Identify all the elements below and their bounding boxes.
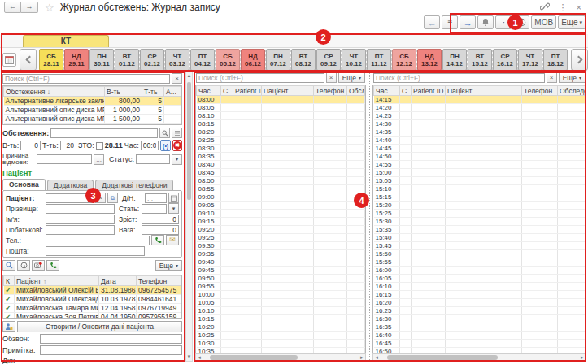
scroll-up-arrow-icon[interactable]: ▲ xyxy=(186,72,192,80)
schedule-row[interactable]: 10:05 xyxy=(197,299,365,307)
day-button-14.12[interactable]: ПН14.12 xyxy=(442,49,467,71)
exam-lookup-button[interactable] xyxy=(159,128,170,138)
surname-input[interactable] xyxy=(46,204,115,214)
day-button-30.11[interactable]: ПН30.11 xyxy=(89,49,114,71)
gender-dropdown-button[interactable]: ▾ xyxy=(168,203,179,214)
phone-input[interactable] xyxy=(46,236,150,245)
col-time[interactable]: Час xyxy=(197,86,221,96)
more-button-schedule-right[interactable]: Еще▾ xyxy=(559,72,586,83)
status-input[interactable] xyxy=(136,154,170,164)
day-button-02.12[interactable]: СР02.12 xyxy=(140,49,164,71)
patient-row[interactable]: ✔Михайловський Олексій Вікторович31.08.1… xyxy=(4,286,181,295)
reason-more-button[interactable]: ... xyxy=(94,154,104,165)
exam-col-a[interactable]: А... xyxy=(164,87,181,97)
schedule-row[interactable]: 09:15 xyxy=(197,218,365,226)
hidden-toolbar-button[interactable]: · xyxy=(495,15,512,29)
exam-col-t[interactable]: Т-ть xyxy=(142,87,164,97)
patient-row[interactable]: ✔Михайловська Зоя Петрівна04.04.19500957… xyxy=(4,313,181,319)
col-patient-id[interactable]: Patient ID xyxy=(233,86,262,96)
schedule-row[interactable]: 08:15 xyxy=(197,120,365,128)
schedule-row[interactable]: 14:15 xyxy=(374,96,586,104)
day-button-15.12[interactable]: ВТ15.12 xyxy=(468,49,492,71)
prev-record-button[interactable]: ← xyxy=(424,15,440,29)
schedule-row[interactable]: 09:50 xyxy=(197,275,365,283)
weight-input[interactable] xyxy=(142,225,179,235)
schedule-row[interactable]: 14:25 xyxy=(374,112,586,120)
tab-additional[interactable]: Додаткова xyxy=(47,180,94,190)
schedule-row[interactable]: 15:25 xyxy=(374,210,586,218)
patient-row[interactable]: ✔Михайловська Тамара Михайлівна12.04.195… xyxy=(4,304,181,313)
schedule-row[interactable]: 09:40 xyxy=(197,258,365,266)
day-button-12.12[interactable]: СБ12.12 xyxy=(392,49,416,71)
schedule-row[interactable]: 09:55 xyxy=(197,283,365,291)
schedule-row[interactable]: 14:55 xyxy=(374,161,586,169)
camera-button[interactable] xyxy=(32,260,45,271)
schedule-row[interactable]: 16:35 xyxy=(374,323,586,332)
schedule-row[interactable]: 08:55 xyxy=(197,185,365,193)
schedule-row[interactable]: 09:20 xyxy=(197,226,365,234)
horizontal-scrollbar[interactable]: ◄ ► xyxy=(372,353,586,362)
schedule-row[interactable]: 16:30 xyxy=(374,315,586,323)
scroll-down-arrow-icon[interactable]: ▼ xyxy=(186,353,192,361)
tt-input[interactable] xyxy=(60,141,76,150)
schedule-row[interactable]: 09:25 xyxy=(197,234,365,242)
schedule-row[interactable]: 08:05 xyxy=(197,104,365,112)
schedule-row[interactable]: 14:40 xyxy=(374,136,586,145)
schedule-row[interactable]: 10:00 xyxy=(197,291,365,299)
schedule-row[interactable]: 16:50 xyxy=(374,348,586,354)
scroll-right-arrow-icon[interactable]: ► xyxy=(579,355,586,360)
link-icon[interactable] xyxy=(540,2,550,13)
schedule-row[interactable]: 10:15 xyxy=(197,315,365,323)
schedule-row[interactable]: 08:50 xyxy=(197,177,365,185)
schedule-row[interactable]: 09:05 xyxy=(197,202,365,210)
schedule-row[interactable]: 15:30 xyxy=(374,218,586,226)
mob-button[interactable]: МОВ xyxy=(531,15,556,29)
schedule-row[interactable]: 15:55 xyxy=(374,258,586,266)
schedule-row[interactable]: 15:35 xyxy=(374,226,586,234)
firstname-input[interactable] xyxy=(46,214,115,224)
schedule-search-input[interactable] xyxy=(196,73,324,83)
patients-col-name[interactable]: Пацієнт ↑ xyxy=(15,276,99,286)
day-button-18.12[interactable]: ПТ18.12 xyxy=(543,49,568,71)
exam-input[interactable] xyxy=(50,128,158,138)
col-phone[interactable]: Телефон xyxy=(314,86,347,96)
day-button-08.12[interactable]: ВТ08.12 xyxy=(291,49,316,71)
horizontal-scrollbar[interactable]: ◄ ► xyxy=(195,353,366,362)
schedule-row[interactable]: 10:10 xyxy=(197,307,365,315)
vertical-scrollbar[interactable]: ▲ ▼ xyxy=(185,72,193,362)
schedule-row[interactable]: 15:45 xyxy=(374,242,586,250)
favorite-star-icon[interactable]: ☆ xyxy=(45,2,54,14)
col-exam[interactable]: Обследование xyxy=(347,86,365,96)
menu-dots-icon[interactable]: ⋮ xyxy=(559,3,568,12)
birthdate-input[interactable] xyxy=(145,193,167,203)
more-button-schedule-left[interactable]: Еще▾ xyxy=(338,72,365,83)
schedule-row[interactable]: 08:20 xyxy=(197,128,365,136)
middlename-input[interactable] xyxy=(46,225,115,235)
schedule-row[interactable]: 10:35 xyxy=(197,348,365,354)
schedule-row[interactable]: 09:30 xyxy=(197,242,365,250)
timer-button[interactable] xyxy=(513,15,529,29)
schedule-row[interactable]: 10:25 xyxy=(197,332,365,340)
day-button-10.12[interactable]: ЧТ10.12 xyxy=(342,49,366,71)
col-patient[interactable]: Пацієнт xyxy=(446,86,522,96)
exam-row[interactable]: Альтернативний опис диска МРТ з в/в конт… xyxy=(4,115,181,124)
list-view-button[interactable]: ≡ xyxy=(442,15,458,29)
prev-days-button[interactable] xyxy=(20,49,37,71)
zto-checkbox[interactable] xyxy=(96,142,103,150)
col-c[interactable]: С xyxy=(400,86,412,96)
schedule-row[interactable]: 10:20 xyxy=(197,323,365,332)
day-button-07.12[interactable]: ПН07.12 xyxy=(266,49,290,71)
col-time[interactable]: Час xyxy=(374,86,400,96)
day-button-28.11[interactable]: СБ28.11 xyxy=(39,49,63,71)
patient-input[interactable] xyxy=(46,193,94,203)
height-input[interactable] xyxy=(142,214,179,224)
vt-input[interactable] xyxy=(20,141,41,150)
col-exam[interactable]: Обследование xyxy=(558,86,586,96)
exam-row[interactable]: Альтернативний опис диска МРТ з в/в конт… xyxy=(4,106,181,115)
exam-list-button[interactable] xyxy=(172,128,182,138)
next-days-button[interactable] xyxy=(571,49,588,71)
patient-row[interactable]: ✔Михайловський Олександр Іванович10.03.1… xyxy=(4,295,181,304)
schedule-row[interactable]: 14:35 xyxy=(374,128,586,136)
day-button-09.12[interactable]: СР09.12 xyxy=(316,49,341,71)
day-button-16.12[interactable]: СР16.12 xyxy=(493,49,517,71)
